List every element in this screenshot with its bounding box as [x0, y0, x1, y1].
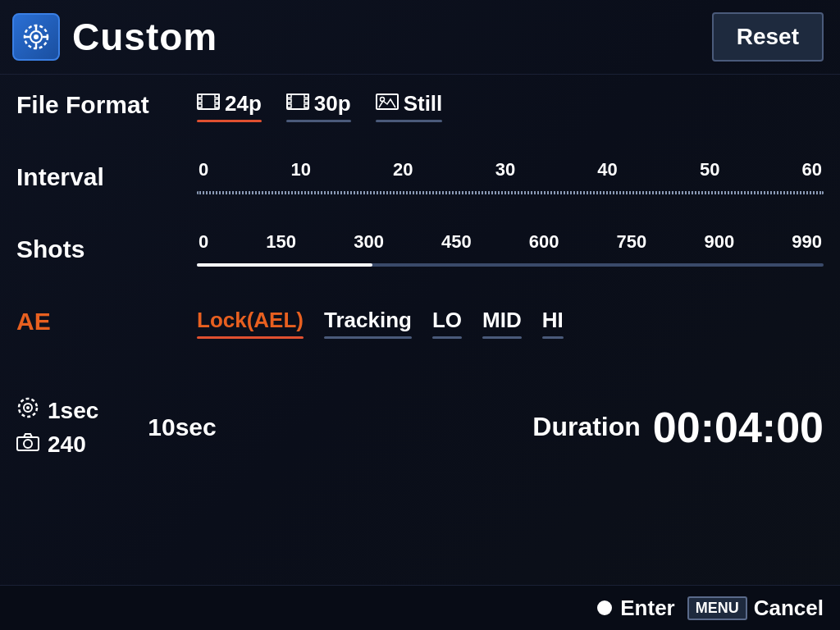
- svg-rect-10: [198, 104, 202, 107]
- footer: Enter MENU Cancel: [0, 585, 840, 630]
- format-24p-underline: [197, 120, 262, 122]
- timer-info: 1sec 240: [16, 396, 98, 458]
- ae-controls: Lock(AEL) Tracking LO MID: [197, 304, 824, 339]
- ae-hi-underline: [542, 336, 564, 339]
- reset-button[interactable]: Reset: [712, 12, 824, 62]
- interval-scale-10: 10: [290, 159, 310, 180]
- app-icon: [12, 13, 60, 61]
- cancel-label: Cancel: [754, 596, 824, 621]
- shots-slider-line: [197, 263, 824, 267]
- ae-option-mid[interactable]: MID: [482, 308, 522, 339]
- interval-value: 1sec: [48, 398, 98, 424]
- interval-timer-item: 1sec: [16, 396, 98, 425]
- interval-row: Interval 0 10 20 30 40 50 60: [16, 159, 824, 217]
- interval-scale-60: 60: [802, 159, 822, 180]
- ae-row: AE Lock(AEL) Tracking LO: [16, 304, 824, 361]
- shots-scale-150: 150: [266, 231, 296, 253]
- shots-controls: 0 150 300 450 600 750 900 990: [197, 231, 824, 274]
- page-title: Custom: [72, 15, 217, 59]
- ae-lock-text: Lock(AEL): [197, 308, 304, 333]
- interval-slider-track[interactable]: [197, 184, 824, 202]
- format-30p-underline: [286, 120, 351, 122]
- ae-hi-text: HI: [542, 308, 564, 333]
- header: Custom Reset: [0, 0, 840, 75]
- svg-rect-17: [287, 104, 291, 107]
- svg-rect-9: [198, 99, 202, 103]
- interval-scale-30: 30: [495, 159, 515, 180]
- svg-rect-16: [287, 99, 291, 103]
- file-format-label: File Format: [16, 87, 197, 119]
- duration-label: Duration: [532, 412, 641, 442]
- interval-text: 10sec: [148, 413, 216, 441]
- shots-slider-track[interactable]: [197, 256, 824, 274]
- file-format-row: File Format: [16, 87, 824, 144]
- ae-options: Lock(AEL) Tracking LO MID: [197, 304, 824, 339]
- bottom-info: 1sec 240 10sec Duration 00:04:00: [0, 388, 840, 466]
- format-30p-text: 30p: [314, 91, 351, 116]
- duration-section: Duration 00:04:00: [241, 403, 824, 452]
- interval-scale-20: 20: [393, 159, 413, 180]
- format-still-underline: [376, 120, 443, 122]
- ae-option-lock[interactable]: Lock(AEL): [197, 308, 304, 339]
- file-format-options: 24p: [197, 87, 824, 122]
- ae-lock-underline: [197, 336, 304, 339]
- svg-rect-19: [304, 99, 308, 103]
- format-still-text: Still: [404, 91, 443, 116]
- format-option-24p[interactable]: 24p: [197, 91, 262, 122]
- shots-row: Shots 0 150 300 450 600 750 900 990: [16, 231, 824, 289]
- shots-scale: 0 150 300 450 600 750 900 990: [197, 231, 824, 253]
- shots-scale-900: 900: [704, 231, 734, 253]
- shots-scale-750: 750: [617, 231, 647, 253]
- ae-lo-text: LO: [432, 308, 462, 333]
- cancel-button[interactable]: MENU Cancel: [687, 596, 824, 621]
- file-format-controls: 24p: [197, 87, 824, 122]
- svg-rect-12: [215, 99, 219, 103]
- ae-label: AE: [16, 304, 197, 336]
- shots-scale-450: 450: [441, 231, 472, 253]
- ae-mid-text: MID: [482, 308, 522, 333]
- shots-value: 240: [48, 431, 86, 458]
- svg-point-6: [34, 34, 39, 39]
- camera-icon: [16, 431, 39, 458]
- screen: Custom Reset File Format: [0, 0, 840, 630]
- interval-scale-40: 40: [597, 159, 617, 180]
- shots-scale-990: 990: [792, 231, 822, 253]
- clock-icon: [16, 396, 39, 425]
- svg-rect-8: [198, 94, 202, 98]
- film-icon-24p: [197, 91, 220, 116]
- format-option-still[interactable]: Still: [376, 91, 443, 122]
- header-left: Custom: [12, 13, 217, 61]
- svg-rect-11: [215, 94, 219, 98]
- enter-label: Enter: [620, 596, 674, 621]
- shots-scale-600: 600: [529, 231, 559, 253]
- interval-controls: 0 10 20 30 40 50 60: [197, 159, 824, 202]
- ae-tracking-underline: [324, 336, 412, 339]
- duration-value: 00:04:00: [653, 403, 824, 452]
- svg-rect-18: [304, 94, 308, 98]
- shots-timer-item: 240: [16, 431, 98, 458]
- film-icon-30p: [286, 91, 309, 116]
- shots-label: Shots: [16, 231, 197, 263]
- svg-point-27: [24, 440, 32, 448]
- image-icon-still: [376, 91, 399, 116]
- format-24p-text: 24p: [225, 91, 262, 116]
- shots-scale-300: 300: [354, 231, 384, 253]
- enter-circle-icon: [597, 600, 612, 615]
- interval-slider-dots: [197, 191, 824, 194]
- menu-badge: MENU: [687, 596, 747, 620]
- svg-rect-15: [287, 94, 291, 98]
- interval-scale: 0 10 20 30 40 50 60: [197, 159, 824, 180]
- ae-option-tracking[interactable]: Tracking: [324, 308, 412, 339]
- ae-option-lo[interactable]: LO: [432, 308, 462, 339]
- ae-lo-underline: [432, 336, 462, 339]
- format-option-30p[interactable]: 30p: [286, 91, 351, 122]
- ae-option-hi[interactable]: HI: [542, 308, 564, 339]
- svg-rect-13: [215, 104, 219, 107]
- ae-mid-underline: [482, 336, 522, 339]
- svg-point-25: [26, 406, 30, 409]
- interval-scale-50: 50: [700, 159, 719, 180]
- shots-scale-0: 0: [199, 231, 208, 253]
- enter-button[interactable]: Enter: [597, 596, 674, 621]
- interval-label: Interval: [16, 159, 197, 191]
- shots-slider-fill-white: [197, 263, 372, 267]
